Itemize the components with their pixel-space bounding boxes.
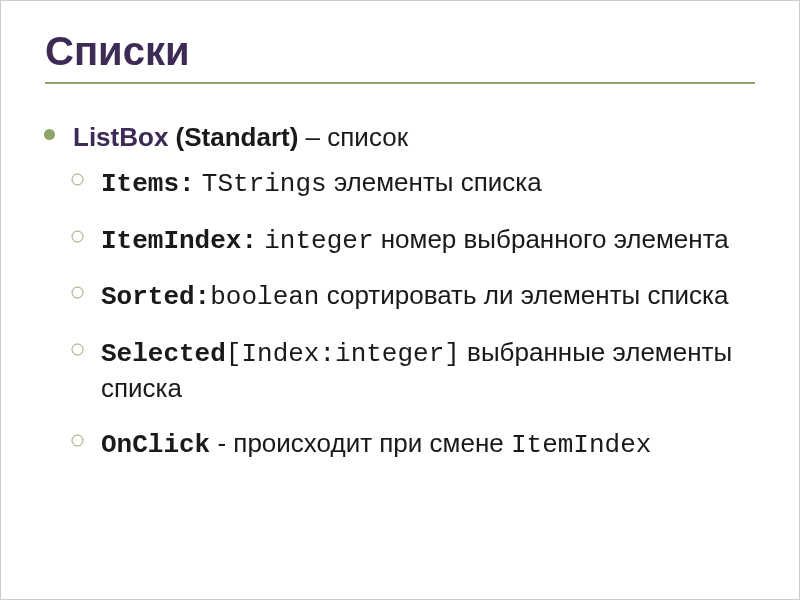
slide: Списки ListBox (Standart) – список Items…	[1, 1, 799, 493]
list-item: Sorted:boolean сортировать ли элементы с…	[101, 268, 755, 315]
prop-desc: элементы списка	[334, 167, 542, 197]
prop-name: ItemIndex:	[101, 226, 257, 256]
component-name: ListBox	[73, 122, 168, 152]
title-underline	[45, 82, 755, 84]
prop-type: boolean	[210, 282, 319, 312]
list-item: Selected[Index:integer] выбранные элемен…	[101, 325, 755, 406]
prop-name: Sorted:	[101, 282, 210, 312]
prop-ref: ItemIndex	[511, 430, 651, 460]
component-desc: – список	[306, 122, 408, 152]
prop-name: OnClick	[101, 430, 210, 460]
list-item: ListBox (Standart) – список Items: TStri…	[73, 110, 755, 463]
prop-type: [Index:integer]	[226, 339, 460, 369]
slide-title: Списки	[45, 29, 755, 74]
prop-name: Selected	[101, 339, 226, 369]
prop-desc: номер выбранного элемента	[381, 224, 729, 254]
prop-name: Items:	[101, 169, 195, 199]
list-item: ItemIndex: integer номер выбранного элем…	[101, 212, 755, 259]
list-item: OnClick - происходит при смене ItemIndex	[101, 416, 755, 463]
inner-list: Items: TStrings элементы списка ItemInde…	[73, 155, 755, 463]
prop-type: TStrings	[202, 169, 327, 199]
prop-desc-prefix: - происходит при смене	[217, 428, 511, 458]
outer-list: ListBox (Standart) – список Items: TStri…	[45, 110, 755, 463]
prop-type: integer	[264, 226, 373, 256]
list-item: Items: TStrings элементы списка	[101, 155, 755, 202]
component-palette: (Standart)	[176, 122, 299, 152]
prop-desc: сортировать ли элементы списка	[327, 280, 729, 310]
